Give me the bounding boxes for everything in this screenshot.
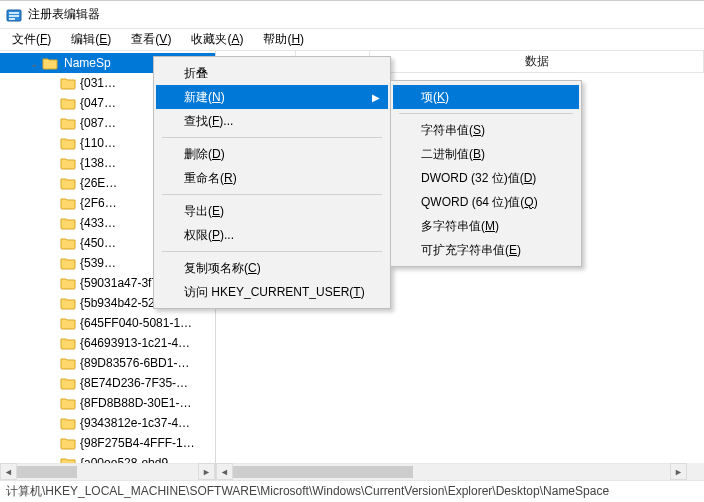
folder-icon — [60, 216, 76, 230]
tree-node[interactable]: {a00ee528-ebd9-… — [0, 453, 215, 463]
scroll-thumb[interactable] — [17, 466, 77, 478]
ctx-rename[interactable]: 重命名(R) — [156, 166, 388, 190]
tree-node-label: {2F6… — [78, 195, 119, 211]
scroll-left-button[interactable]: ◄ — [216, 463, 233, 480]
svg-rect-1 — [9, 12, 19, 14]
folder-icon — [60, 276, 76, 290]
tree-node-label: NameSp — [60, 55, 115, 71]
scroll-right-button[interactable]: ► — [198, 463, 215, 480]
tree-node[interactable]: {89D83576-6BD1-… — [0, 353, 215, 373]
ctx-export[interactable]: 导出(E) — [156, 199, 388, 223]
window-title: 注册表编辑器 — [28, 6, 100, 23]
col-data[interactable]: 数据 — [370, 51, 704, 72]
ctx-copy-key-label: 复制项名称(C) — [184, 260, 261, 277]
tree-node[interactable]: {98F275B4-4FFF-1… — [0, 433, 215, 453]
tree-node-label: {450… — [78, 235, 118, 251]
tree-node-label: {138… — [78, 155, 118, 171]
ctx-find[interactable]: 查找(F)... — [156, 109, 388, 133]
sub-qword-label: QWORD (64 位)值(Q) — [421, 194, 538, 211]
ctx-delete-label: 删除(D) — [184, 146, 225, 163]
folder-icon — [60, 336, 76, 350]
folder-icon — [60, 436, 76, 450]
ctx-copy-key-name[interactable]: 复制项名称(C) — [156, 256, 388, 280]
tree-node[interactable]: {8FD8B88D-30E1-… — [0, 393, 215, 413]
scroll-thumb[interactable] — [233, 466, 413, 478]
tree-node-label: {64693913-1c21-4… — [78, 335, 192, 351]
tree-node-label: {047… — [78, 95, 118, 111]
tree-node[interactable]: {645FF040-5081-1… — [0, 313, 215, 333]
chevron-down-icon[interactable]: ⌄ — [28, 58, 40, 69]
tree-node-label: {433… — [78, 215, 118, 231]
folder-icon — [60, 456, 76, 463]
titlebar: 注册表编辑器 — [0, 1, 704, 29]
menu-file[interactable]: 文件(F) — [4, 29, 59, 50]
sub-string[interactable]: 字符串值(S) — [393, 118, 579, 142]
folder-icon — [60, 416, 76, 430]
tree-node-label: {26E… — [78, 175, 119, 191]
sub-key-label: 项(K) — [421, 89, 449, 106]
ctx-find-label: 查找(F)... — [184, 113, 233, 130]
submenu-arrow-icon: ▶ — [372, 92, 380, 103]
tree-hscrollbar[interactable]: ◄ ► — [0, 463, 215, 480]
tree-node[interactable]: {9343812e-1c37-4… — [0, 413, 215, 433]
tree-node-label: {539… — [78, 255, 118, 271]
folder-icon — [60, 176, 76, 190]
folder-icon — [60, 256, 76, 270]
main: ⌄ NameSp {031…{047…{087…{110…{138…{26E…{… — [0, 51, 704, 480]
sub-dword[interactable]: DWORD (32 位)值(D) — [393, 166, 579, 190]
sub-key[interactable]: 项(K) — [393, 85, 579, 109]
scroll-left-button[interactable]: ◄ — [0, 463, 17, 480]
tree-node-label: {031… — [78, 75, 118, 91]
statusbar: 计算机\HKEY_LOCAL_MACHINE\SOFTWARE\Microsof… — [0, 480, 704, 502]
tree-node-label: {087… — [78, 115, 118, 131]
tree-node-label: {645FF040-5081-1… — [78, 315, 194, 331]
tree-node-label: {9343812e-1c37-4… — [78, 415, 192, 431]
menu-help[interactable]: 帮助(H) — [255, 29, 312, 50]
ctx-permissions-label: 权限(P)... — [184, 227, 234, 244]
menu-edit[interactable]: 编辑(E) — [63, 29, 119, 50]
submenu-new: 项(K) 字符串值(S) 二进制值(B) DWORD (32 位)值(D) QW… — [390, 80, 582, 267]
menu-view[interactable]: 查看(V) — [123, 29, 179, 50]
tree-node-label: {98F275B4-4FFF-1… — [78, 435, 197, 451]
ctx-goto-hkcu[interactable]: 访问 HKEY_CURRENT_USER(T) — [156, 280, 388, 304]
sub-expand-label: 可扩充字符串值(E) — [421, 242, 521, 259]
ctx-new[interactable]: 新建(N) ▶ — [156, 85, 388, 109]
folder-icon — [60, 316, 76, 330]
sub-expand[interactable]: 可扩充字符串值(E) — [393, 238, 579, 262]
sub-string-label: 字符串值(S) — [421, 122, 485, 139]
ctx-delete[interactable]: 删除(D) — [156, 142, 388, 166]
menu-favorites[interactable]: 收藏夹(A) — [183, 29, 251, 50]
ctx-new-label: 新建(N) — [184, 89, 225, 106]
scroll-corner — [687, 463, 704, 480]
regedit-icon — [6, 7, 22, 23]
folder-icon — [60, 356, 76, 370]
tree-node[interactable]: {8E74D236-7F35-… — [0, 373, 215, 393]
scroll-right-button[interactable]: ► — [670, 463, 687, 480]
folder-icon — [60, 396, 76, 410]
window: 注册表编辑器 文件(F) 编辑(E) 查看(V) 收藏夹(A) 帮助(H) ⌄ … — [0, 0, 704, 502]
list-hscrollbar[interactable]: ◄ ► — [216, 463, 704, 480]
sub-multi-label: 多字符串值(M) — [421, 218, 499, 235]
ctx-permissions[interactable]: 权限(P)... — [156, 223, 388, 247]
sub-binary[interactable]: 二进制值(B) — [393, 142, 579, 166]
folder-icon — [60, 116, 76, 130]
folder-icon — [60, 96, 76, 110]
ctx-collapse[interactable]: 折叠 — [156, 61, 388, 85]
menubar: 文件(F) 编辑(E) 查看(V) 收藏夹(A) 帮助(H) — [0, 29, 704, 51]
sub-multi[interactable]: 多字符串值(M) — [393, 214, 579, 238]
tree-node-label: {110… — [78, 135, 118, 151]
svg-rect-2 — [9, 15, 19, 17]
tree-node-label: {89D83576-6BD1-… — [78, 355, 191, 371]
folder-icon — [60, 236, 76, 250]
context-menu: 折叠 新建(N) ▶ 查找(F)... 删除(D) 重命名(R) 导出(E) 权… — [153, 56, 391, 309]
tree-node-label: {a00ee528-ebd9-… — [78, 455, 186, 463]
scroll-track[interactable] — [17, 463, 198, 480]
sub-qword[interactable]: QWORD (64 位)值(Q) — [393, 190, 579, 214]
separator — [162, 251, 382, 252]
ctx-goto-hkcu-label: 访问 HKEY_CURRENT_USER(T) — [184, 284, 365, 301]
folder-icon — [60, 136, 76, 150]
ctx-rename-label: 重命名(R) — [184, 170, 237, 187]
scroll-track[interactable] — [233, 463, 670, 480]
separator — [399, 113, 573, 114]
tree-node[interactable]: {64693913-1c21-4… — [0, 333, 215, 353]
